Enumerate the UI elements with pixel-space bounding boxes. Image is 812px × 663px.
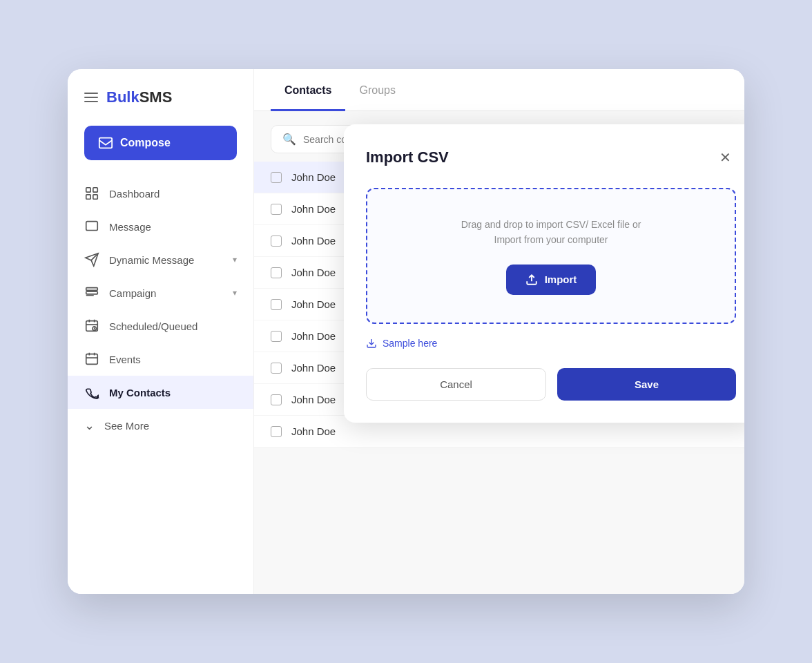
contact-name: John Doe <box>291 171 336 183</box>
campaign-icon <box>84 285 99 300</box>
send-icon <box>84 252 99 267</box>
contact-name: John Doe <box>291 330 336 342</box>
sidebar-item-events[interactable]: Events <box>68 343 253 376</box>
grid-icon <box>84 186 99 201</box>
svg-rect-2 <box>93 188 97 192</box>
app-container: BulkSMS Compose Dashboard Messag <box>68 69 744 594</box>
svg-rect-7 <box>86 291 98 294</box>
chevron-down-icon: ⌄ <box>84 418 95 433</box>
hamburger-icon[interactable] <box>84 93 98 102</box>
contact-name: John Doe <box>291 425 336 437</box>
contact-checkbox[interactable] <box>271 426 282 437</box>
contact-checkbox[interactable] <box>271 331 282 342</box>
sidebar-item-dashboard[interactable]: Dashboard <box>68 177 253 210</box>
sidebar-item-message-label: Message <box>109 221 151 233</box>
cancel-button[interactable]: Cancel <box>366 368 546 401</box>
upload-icon <box>525 273 538 286</box>
import-button-label: Import <box>545 273 577 285</box>
compose-label: Compose <box>120 137 171 149</box>
svg-rect-0 <box>99 138 112 148</box>
save-button[interactable]: Save <box>557 368 736 401</box>
sidebar-item-scheduled-label: Scheduled/Queued <box>109 320 197 332</box>
svg-rect-4 <box>93 195 97 199</box>
import-csv-modal: Import CSV ✕ Drag and drop to import CSV… <box>344 124 744 423</box>
svg-rect-1 <box>86 188 90 192</box>
contact-checkbox[interactable] <box>271 363 282 374</box>
contact-checkbox[interactable] <box>271 394 282 405</box>
modal-close-button[interactable]: ✕ <box>714 146 736 169</box>
main-content: Contacts Groups 🔍 John Doe John Doe Joh <box>254 69 744 594</box>
svg-rect-5 <box>86 222 98 231</box>
phone-book-icon <box>84 385 99 400</box>
tab-groups[interactable]: Groups <box>345 69 409 111</box>
download-icon <box>366 338 377 349</box>
events-icon <box>84 352 99 367</box>
svg-rect-10 <box>86 354 98 365</box>
compose-icon <box>98 135 113 151</box>
message-icon <box>84 219 99 234</box>
sidebar-item-message[interactable]: Message <box>68 210 253 243</box>
sample-here-link[interactable]: Sample here <box>366 338 736 349</box>
logo-sms: SMS <box>139 88 173 106</box>
sample-label: Sample here <box>383 338 437 349</box>
drop-zone-text: Drag and drop to import CSV/ Excel file … <box>389 217 713 248</box>
drop-zone[interactable]: Drag and drop to import CSV/ Excel file … <box>366 188 736 324</box>
contact-checkbox[interactable] <box>271 236 282 247</box>
contact-checkbox[interactable] <box>271 204 282 215</box>
sidebar-item-events-label: Events <box>109 354 141 365</box>
contact-name: John Doe <box>291 267 336 278</box>
contact-name: John Doe <box>291 203 336 215</box>
sidebar-item-dynamic-message[interactable]: Dynamic Message ▾ <box>68 243 253 276</box>
modal-actions: Cancel Save <box>366 368 736 401</box>
import-button[interactable]: Import <box>506 265 597 295</box>
app-logo: BulkSMS <box>106 88 172 106</box>
sidebar-item-dynamic-message-label: Dynamic Message <box>109 254 194 266</box>
sidebar: BulkSMS Compose Dashboard Messag <box>68 69 254 594</box>
sidebar-item-dashboard-label: Dashboard <box>109 188 160 200</box>
contact-name: John Doe <box>291 362 336 374</box>
contact-name: John Doe <box>291 235 336 247</box>
sidebar-item-my-contacts-label: My Contacts <box>109 387 171 398</box>
modal-header: Import CSV ✕ <box>366 146 736 169</box>
contact-checkbox[interactable] <box>271 267 282 278</box>
sidebar-item-my-contacts[interactable]: My Contacts <box>68 376 253 409</box>
sidebar-item-scheduled[interactable]: Scheduled/Queued <box>68 309 253 343</box>
contact-checkbox[interactable] <box>271 172 282 183</box>
sidebar-header: BulkSMS <box>68 88 253 126</box>
sidebar-item-see-more-label: See More <box>104 420 149 432</box>
svg-rect-3 <box>86 195 90 199</box>
contact-name: John Doe <box>291 394 336 405</box>
contact-checkbox[interactable] <box>271 299 282 310</box>
chevron-down-icon: ▾ <box>233 255 237 265</box>
chevron-down-icon: ▾ <box>233 288 237 298</box>
logo-bulk: Bulk <box>106 88 139 106</box>
tabs-bar: Contacts Groups <box>254 69 744 111</box>
sidebar-item-campaign-label: Campaign <box>109 287 156 299</box>
modal-title: Import CSV <box>366 148 449 166</box>
tab-contacts[interactable]: Contacts <box>271 69 345 111</box>
compose-button[interactable]: Compose <box>84 126 237 160</box>
sidebar-item-see-more[interactable]: ⌄ See More <box>68 409 253 442</box>
sidebar-item-campaign[interactable]: Campaign ▾ <box>68 276 253 309</box>
search-icon: 🔍 <box>282 133 296 146</box>
svg-rect-6 <box>86 288 98 291</box>
calendar-clock-icon <box>84 318 99 334</box>
contact-name: John Doe <box>291 298 336 310</box>
